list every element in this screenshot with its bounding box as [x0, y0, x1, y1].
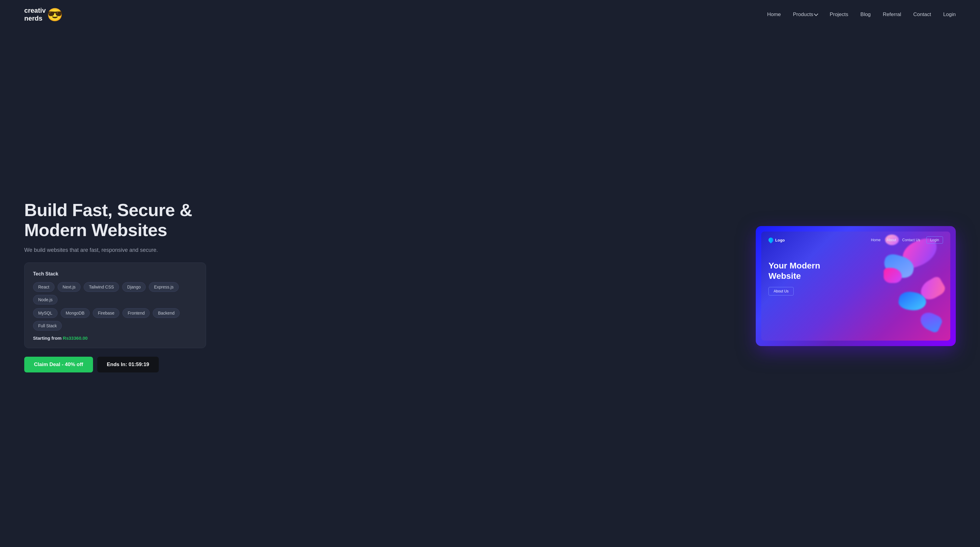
preview-nav-about: About [887, 238, 896, 242]
nav-link-login[interactable]: Login [943, 11, 956, 17]
logo[interactable]: creativnerds 😎 [24, 7, 63, 23]
website-preview-outer: Logo Home About Contact Us Login Your Mo… [756, 226, 956, 346]
tag-express: Express.js [149, 282, 179, 292]
preview-logo-text: Logo [775, 238, 785, 242]
tag-mongodb: MongoDB [60, 308, 90, 318]
price-amount: Rs33360.00 [63, 336, 88, 340]
tag-react: React [33, 282, 54, 292]
tag-frontend: Frontend [123, 308, 150, 318]
tag-django: Django [122, 282, 146, 292]
nav-item-login[interactable]: Login [943, 11, 956, 17]
hero-section: Build Fast, Secure & Modern Websites We … [0, 29, 980, 547]
tech-tags-row-2: MySQL MongoDB Firebase Frontend Backend … [33, 308, 197, 331]
nav-item-referral[interactable]: Referral [883, 11, 901, 17]
tech-stack-card: Tech Stack React Next.js Tailwind CSS Dj… [24, 262, 206, 348]
preview-navbar: Logo Home About Contact Us Login [761, 232, 950, 248]
preview-hero: Your Modern Website About Us [761, 248, 950, 305]
blob-6 [918, 310, 944, 334]
nav-item-blog[interactable]: Blog [860, 11, 870, 17]
nav-link-home[interactable]: Home [767, 11, 781, 17]
preview-login-btn: Login [926, 236, 943, 244]
tag-firebase: Firebase [93, 308, 119, 318]
starting-price: Starting from Rs33360.00 [33, 336, 197, 340]
cta-row: Claim Deal - 40% off Ends In: 01:59:19 [24, 357, 206, 372]
hero-right: Logo Home About Contact Us Login Your Mo… [756, 226, 956, 346]
nav-link-blog[interactable]: Blog [860, 11, 870, 17]
nav-item-home[interactable]: Home [767, 11, 781, 17]
nav-link-referral[interactable]: Referral [883, 11, 901, 17]
hero-title: Build Fast, Secure & Modern Websites [24, 200, 206, 240]
tech-tags-row-1: React Next.js Tailwind CSS Django Expres… [33, 282, 197, 305]
nav-link-products[interactable]: Products [793, 11, 818, 17]
logo-text: creativnerds [24, 7, 46, 23]
nav-item-projects[interactable]: Projects [830, 11, 848, 17]
website-preview-inner: Logo Home About Contact Us Login Your Mo… [761, 232, 950, 340]
claim-deal-button[interactable]: Claim Deal - 40% off [24, 357, 93, 372]
tech-stack-title: Tech Stack [33, 271, 197, 277]
tag-fullstack: Full Stack [33, 321, 62, 331]
navbar: creativnerds 😎 Home Products Projects Bl… [0, 0, 980, 29]
tag-nodejs: Node.js [33, 295, 57, 305]
preview-nav-home: Home [871, 238, 881, 242]
nav-links: Home Products Projects Blog Referral Con… [767, 11, 956, 17]
nav-item-products[interactable]: Products [793, 11, 818, 17]
tag-nextjs: Next.js [57, 282, 81, 292]
nav-link-projects[interactable]: Projects [830, 11, 848, 17]
tag-backend: Backend [153, 308, 180, 318]
preview-nav-contact: Contact Us [902, 238, 920, 242]
preview-nav-links: Home About Contact Us Login [871, 236, 943, 244]
chevron-down-icon [814, 12, 818, 16]
hero-subtitle: We build websites that are fast, respons… [24, 247, 206, 253]
tag-mysql: MySQL [33, 308, 57, 318]
preview-hero-title: Your Modern Website [768, 261, 829, 281]
hero-left: Build Fast, Secure & Modern Websites We … [24, 200, 206, 372]
nav-link-contact[interactable]: Contact [913, 11, 931, 17]
preview-logo: Logo [768, 238, 785, 242]
tag-tailwind: Tailwind CSS [84, 282, 119, 292]
preview-logo-icon [768, 237, 775, 244]
logo-emoji: 😎 [47, 7, 63, 22]
nav-item-contact[interactable]: Contact [913, 11, 931, 17]
preview-about-btn: About Us [768, 287, 794, 296]
countdown-timer: Ends In: 01:59:19 [97, 357, 159, 372]
